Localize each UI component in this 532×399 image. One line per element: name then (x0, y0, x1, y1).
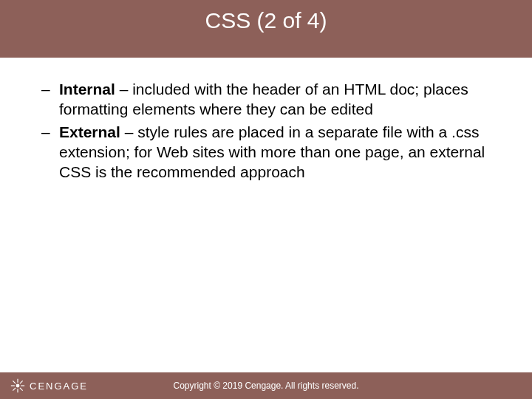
svg-line-7 (20, 381, 23, 383)
bullet-text: – included with the header of an HTML do… (59, 81, 468, 117)
svg-line-6 (20, 388, 23, 391)
bullet-label: External (59, 123, 120, 140)
cengage-starburst-icon (10, 378, 25, 393)
copyright-text: Copyright © 2019 Cengage. All rights res… (0, 381, 532, 391)
list-item: – External – style rules are placed in a… (35, 123, 497, 183)
bullet-dash-icon: – (41, 80, 50, 100)
slide-title: CSS (2 of 4) (205, 8, 327, 33)
content-area: – Internal – included with the header of… (0, 58, 532, 372)
svg-point-0 (16, 384, 19, 387)
bullet-label: Internal (59, 81, 115, 98)
title-band: CSS (2 of 4) (0, 0, 532, 58)
list-item: – Internal – included with the header of… (35, 80, 497, 120)
svg-line-5 (13, 381, 16, 383)
footer: Copyright © 2019 Cengage. All rights res… (0, 372, 532, 399)
bullet-text: – style rules are placed in a separate f… (59, 123, 485, 180)
bullet-list: – Internal – included with the header of… (35, 80, 497, 182)
bullet-dash-icon: – (41, 123, 50, 143)
svg-line-8 (13, 388, 16, 391)
